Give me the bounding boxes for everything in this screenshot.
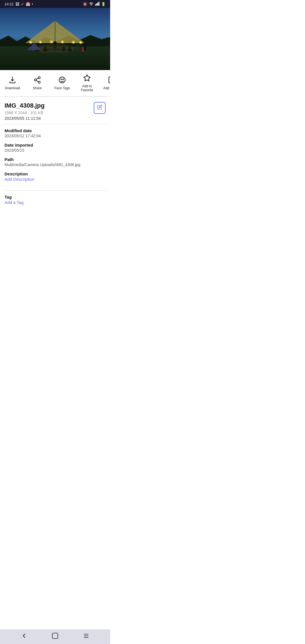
date-imported-value: 2023/05/15 (5, 148, 106, 153)
file-name: IMG_4308.jpg (5, 102, 106, 109)
svg-point-13 (50, 40, 53, 43)
svg-point-15 (61, 40, 64, 44)
svg-rect-35 (84, 45, 86, 51)
tag-label: Tag (5, 195, 106, 199)
favorite-icon (83, 74, 91, 83)
share-label: Share (33, 86, 42, 90)
edit-pencil-icon (97, 105, 102, 111)
svg-point-38 (36, 44, 75, 53)
svg-point-19 (79, 41, 82, 44)
svg-rect-1 (96, 3, 97, 6)
calendar-icon: 📅 (26, 2, 30, 6)
download-action[interactable]: Download (0, 75, 25, 91)
file-date-created: 2023/05/05 11:11:54 (5, 116, 106, 121)
add-album-label: Add to albu (103, 86, 110, 90)
battery-icon: 🔋 (101, 2, 106, 6)
svg-point-36 (83, 43, 86, 45)
date-imported-label: Date imported (5, 143, 106, 147)
tag-group: Tag Add a Tag (5, 195, 106, 205)
favorite-label: Add to Favorite (81, 84, 93, 92)
dot-icon: • (32, 2, 33, 6)
face-tags-label: Face Tags (54, 86, 70, 90)
edit-button[interactable] (94, 102, 106, 114)
status-time: 14:21 (5, 2, 14, 6)
path-value: Multimedia/Camera Uploads/IMG_4308.jpg (5, 162, 106, 167)
path-group: Path Multimedia/Camera Uploads/IMG_4308.… (5, 157, 106, 167)
modified-date-label: Modified date (5, 128, 106, 133)
share-action[interactable]: Share (25, 75, 50, 91)
face-tags-icon (58, 76, 66, 85)
add-description-link[interactable]: Add Description (5, 177, 34, 182)
svg-point-45 (61, 79, 62, 80)
face-tags-action[interactable]: Face Tags (50, 75, 75, 91)
file-dimensions: 1568 X 1044 (5, 110, 27, 115)
file-size: 101 KB (30, 110, 43, 115)
mute-icon: 🔇 (83, 2, 87, 6)
svg-point-41 (38, 81, 40, 83)
add-tag-link[interactable]: Add a Tag (5, 200, 23, 205)
svg-point-11 (39, 40, 42, 44)
details-section: Modified date 2023/05/12 17:42:04 Date i… (0, 124, 110, 190)
tent-area (17, 18, 94, 53)
photo-area (0, 8, 110, 70)
description-group: Description Add Description (5, 171, 106, 182)
download-icon (8, 76, 16, 85)
check-icon: ✓ (21, 2, 24, 6)
gallery-icon: 🖼 (16, 2, 19, 6)
file-info-section: IMG_4308.jpg 1568 X 1044 · 101 KB 2023/0… (0, 97, 110, 124)
status-right: 🔇 🔋 (83, 2, 106, 6)
add-album-icon (108, 76, 110, 85)
svg-rect-3 (99, 2, 99, 6)
svg-point-46 (63, 79, 64, 80)
svg-line-42 (36, 80, 38, 82)
svg-point-39 (38, 77, 40, 79)
photo-scene (0, 8, 110, 70)
action-bar: Download Share Face Tags (0, 70, 110, 97)
svg-point-9 (29, 41, 32, 44)
svg-rect-0 (95, 4, 96, 6)
svg-rect-2 (97, 3, 98, 6)
separator: · (28, 110, 30, 115)
tag-section: Tag Add a Tag (0, 191, 110, 229)
modified-date-value: 2023/05/12 17:42:04 (5, 134, 106, 138)
path-label: Path (5, 157, 106, 162)
svg-point-40 (34, 79, 36, 81)
file-dimensions-size: 1568 X 1044 · 101 KB (5, 110, 106, 115)
svg-line-43 (36, 78, 38, 80)
svg-point-17 (72, 41, 75, 44)
description-label: Description (5, 171, 106, 176)
download-label: Download (5, 86, 20, 90)
status-left: 14:21 🖼 ✓ 📅 • (5, 2, 33, 6)
share-icon (33, 76, 41, 85)
wifi-icon (89, 2, 94, 6)
status-bar: 14:21 🖼 ✓ 📅 • 🔇 🔋 (0, 0, 110, 8)
date-imported-group: Date imported 2023/05/15 (5, 143, 106, 153)
favorite-action[interactable]: Add to Favorite (75, 73, 99, 93)
modified-date-group: Modified date 2023/05/12 17:42:04 (5, 128, 106, 138)
svg-rect-47 (109, 77, 110, 83)
add-album-action[interactable]: Add to albu (99, 75, 110, 91)
signal-icon (95, 2, 100, 6)
